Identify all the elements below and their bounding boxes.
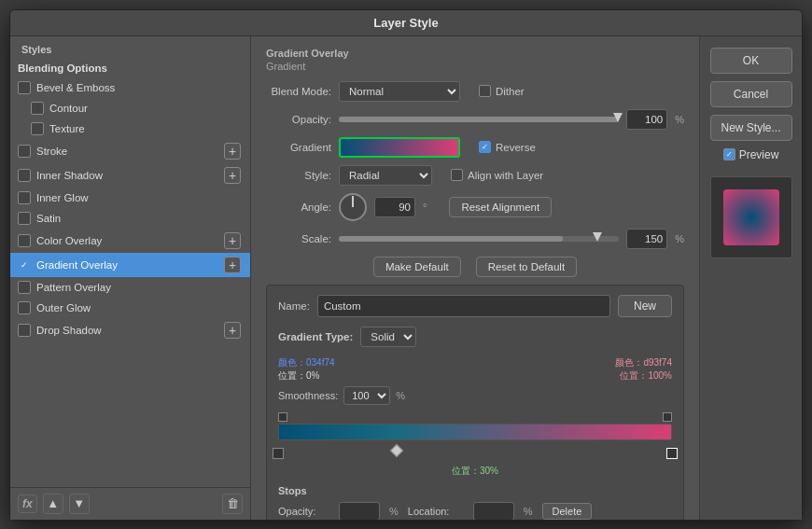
gradient-bar[interactable]	[278, 424, 672, 440]
smoothness-select[interactable]: 100	[343, 386, 390, 405]
stroke-checkbox[interactable]	[18, 145, 31, 158]
stops-title: Stops	[278, 485, 672, 496]
scale-slider[interactable]	[339, 236, 619, 242]
inner-shadow-checkbox[interactable]	[18, 169, 31, 182]
layer-style-dialog: Layer Style Styles Blending Options Beve…	[9, 9, 803, 521]
satin-label: Satin	[36, 213, 241, 224]
outer-glow-checkbox[interactable]	[18, 301, 31, 314]
opacity-stop-input[interactable]	[339, 502, 380, 520]
right-panel: OK Cancel New Style... Preview	[699, 36, 802, 520]
angle-input[interactable]	[374, 197, 415, 217]
opacity-unit: %	[675, 114, 684, 125]
contour-checkbox[interactable]	[31, 102, 44, 115]
fx-button[interactable]: fx	[18, 494, 37, 513]
color-right-info: 颜色：d93f74 位置：100%	[615, 356, 672, 383]
style-row: Style: Radial Align with Layer	[266, 165, 684, 186]
reverse-label: Reverse	[496, 142, 536, 153]
angle-row: Angle: ° Reset Alignment	[266, 193, 684, 221]
inner-shadow-add-btn[interactable]: +	[224, 167, 241, 184]
move-down-btn[interactable]: ▼	[69, 494, 90, 514]
color-stop-midpoint[interactable]	[390, 443, 403, 456]
sidebar-item-drop-shadow[interactable]: Drop Shadow +	[10, 318, 250, 342]
drop-shadow-checkbox[interactable]	[18, 324, 31, 337]
gradient-row: Gradient Reverse	[266, 137, 684, 158]
align-layer-row: Align with Layer	[451, 169, 543, 181]
ok-button[interactable]: OK	[710, 48, 792, 74]
opacity-stop-row: Opacity: % Location: % Delete	[278, 502, 672, 520]
stroke-add-btn[interactable]: +	[224, 143, 241, 160]
sidebar-item-contour[interactable]: Contour	[10, 98, 250, 118]
drop-shadow-add-btn[interactable]: +	[224, 322, 241, 339]
sidebar-item-blending-options[interactable]: Blending Options	[10, 59, 250, 77]
pattern-overlay-checkbox[interactable]	[18, 281, 31, 294]
position-label: 位置：30%	[278, 465, 672, 478]
gradient-overlay-add-btn[interactable]: +	[224, 257, 241, 273]
gradient-preview[interactable]	[339, 137, 460, 158]
color-overlay-label: Color Overlay	[36, 235, 224, 246]
gradient-type-select[interactable]: Solid	[360, 327, 416, 347]
inner-shadow-label: Inner Shadow	[36, 170, 224, 181]
gradient-new-btn[interactable]: New	[618, 295, 672, 317]
color-overlay-checkbox[interactable]	[18, 234, 31, 247]
stroke-label: Stroke	[36, 146, 224, 157]
sidebar-item-inner-glow[interactable]: Inner Glow	[10, 188, 250, 208]
inner-glow-checkbox[interactable]	[18, 191, 31, 204]
smoothness-row: Smoothness: 100 %	[278, 386, 672, 405]
sidebar-item-stroke[interactable]: Stroke +	[10, 139, 250, 163]
opacity-stop-delete-btn[interactable]: Delete	[542, 503, 593, 520]
loc-stop-input[interactable]	[473, 502, 514, 520]
scale-input[interactable]	[626, 229, 667, 249]
opacity-slider[interactable]	[339, 117, 619, 122]
color-overlay-add-btn[interactable]: +	[224, 232, 241, 249]
gradient-name-label: Name:	[278, 300, 310, 312]
sidebar-item-outer-glow[interactable]: Outer Glow	[10, 298, 250, 318]
new-style-button[interactable]: New Style...	[710, 115, 792, 141]
color-stop-right[interactable]	[666, 448, 678, 459]
sidebar-item-bevel-emboss[interactable]: Bevel & Emboss	[10, 77, 250, 98]
opacity-stop-right[interactable]	[663, 412, 672, 422]
gradient-name-input[interactable]	[317, 295, 610, 317]
blend-mode-select[interactable]: Normal	[339, 81, 460, 102]
sidebar-item-pattern-overlay[interactable]: Pattern Overlay	[10, 277, 250, 298]
styles-header: Styles	[10, 36, 250, 59]
dither-label: Dither	[496, 86, 525, 97]
style-select[interactable]: Radial	[339, 165, 432, 186]
bevel-emboss-checkbox[interactable]	[18, 81, 31, 94]
color-stop-left[interactable]	[273, 448, 284, 459]
dither-checkbox[interactable]	[479, 85, 491, 97]
sidebar-item-texture[interactable]: Texture	[10, 118, 250, 139]
delete-btn[interactable]: 🗑	[222, 494, 243, 514]
satin-checkbox[interactable]	[18, 212, 31, 225]
align-layer-label: Align with Layer	[468, 170, 543, 181]
opacity-input[interactable]	[626, 109, 667, 130]
opacity-stop-label: Opacity:	[278, 506, 329, 517]
sidebar-item-satin[interactable]: Satin	[10, 208, 250, 229]
color-right-pos: 位置：100%	[615, 369, 672, 383]
dither-row: Dither	[479, 85, 525, 97]
sidebar-item-gradient-overlay[interactable]: Gradient Overlay +	[10, 253, 250, 277]
scale-label: Scale:	[266, 233, 331, 244]
opacity-row: Opacity: %	[266, 109, 684, 130]
dialog-title: Layer Style	[373, 16, 438, 30]
loc-stop-label: Location:	[408, 506, 464, 517]
reset-to-default-btn[interactable]: Reset to Default	[476, 257, 577, 277]
cancel-button[interactable]: Cancel	[710, 81, 792, 107]
opacity-stop-left[interactable]	[278, 412, 287, 422]
sub-title: Gradient	[266, 61, 684, 72]
align-layer-checkbox[interactable]	[451, 169, 463, 181]
sidebar-item-color-overlay[interactable]: Color Overlay +	[10, 229, 250, 253]
left-bottom-toolbar: fx ▲ ▼ 🗑	[10, 487, 250, 520]
reverse-checkbox[interactable]	[479, 141, 491, 153]
angle-dial[interactable]	[339, 193, 367, 221]
sidebar-item-inner-shadow[interactable]: Inner Shadow +	[10, 163, 250, 188]
texture-label: Texture	[49, 123, 241, 134]
color-left-info: 颜色：034f74 位置：0%	[278, 356, 335, 383]
blend-mode-label: Blend Mode:	[266, 86, 331, 97]
move-up-btn[interactable]: ▲	[43, 494, 63, 514]
gradient-overlay-checkbox[interactable]	[18, 258, 31, 271]
color-stops-info: 颜色：034f74 位置：0% 颜色：d93f74 位置：100%	[278, 356, 672, 383]
make-default-btn[interactable]: Make Default	[373, 257, 461, 277]
reset-alignment-btn[interactable]: Reset Alignment	[449, 197, 552, 217]
texture-checkbox[interactable]	[31, 122, 44, 135]
preview-checkbox[interactable]	[723, 148, 735, 160]
